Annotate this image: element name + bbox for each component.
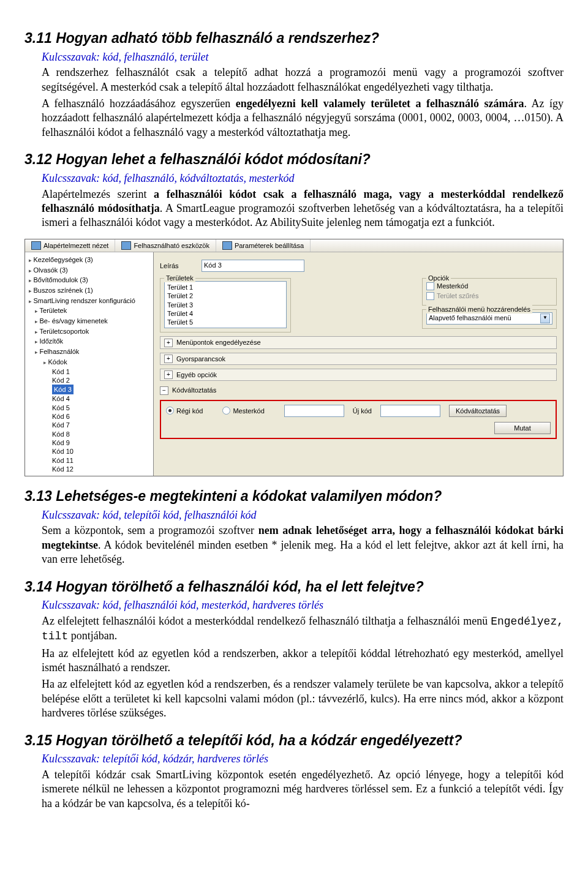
code-change-box: Régi kód Mesterkód Új kód Kódváltoztatás… [160, 400, 557, 440]
toolbar-tools[interactable]: Felhasználható eszközök [115, 239, 216, 252]
tree-item[interactable]: Be- és/vagy kimenetek [26, 316, 152, 326]
areas-legend: Területek [164, 274, 195, 282]
tree-item-codes[interactable]: Kódok [26, 357, 152, 367]
expander-other[interactable]: +Egyéb opciók [160, 369, 557, 381]
tree-code[interactable]: Kód 11 [52, 456, 152, 465]
tree-code[interactable]: Kód 8 [52, 430, 152, 438]
radio-mastercode[interactable]: Mesterkód [222, 407, 264, 415]
list-item[interactable]: Terület 4 [167, 309, 284, 318]
toolbar-view[interactable]: Alapértelmezett nézet [25, 239, 115, 252]
minus-icon: − [160, 386, 168, 395]
menu-fieldset: Felhasználói menü hozzárendelés Alapvető… [422, 309, 557, 329]
text: A felhasználó hozzáadásához egyszerűen [42, 97, 236, 110]
keywords-3-14: Kulcsszavak: kód, felhasználói kód, mest… [42, 598, 564, 612]
tree-item[interactable]: Időzítők [26, 336, 152, 347]
tree-item[interactable]: Területek [26, 306, 152, 316]
list-item[interactable]: Terület 3 [167, 301, 284, 309]
tree-item[interactable]: Kezelőegységek (3) [26, 255, 152, 265]
text: pontjában. [68, 629, 117, 642]
tree-code[interactable]: Kód 10 [52, 447, 152, 456]
heading-3-12: 3.12 Hogyan lehet a felhasználói kódot m… [24, 151, 564, 169]
params-icon [222, 241, 232, 250]
keywords-3-13: Kulcsszavak: kód, telepítői kód, felhasz… [42, 508, 564, 522]
expander-menupoints[interactable]: +Menüpontok engedélyezése [160, 336, 557, 348]
menu-select[interactable]: Alapvető felhasználói menü ▼ [426, 312, 552, 325]
text: Alapértelmezés szerint [42, 188, 154, 200]
radio-oldcode[interactable]: Régi kód [166, 407, 203, 415]
toolbar-label: Paraméterek beállítása [235, 241, 304, 250]
radio-label: Régi kód [176, 407, 203, 415]
checkbox-label: Terület szűrés [437, 291, 478, 300]
app-screenshot: Alapértelmezett nézet Felhasználható esz… [24, 239, 564, 476]
paragraph-3-12: Alapértelmezés szerint a felhasználói kó… [42, 187, 564, 230]
new-code-input[interactable] [380, 405, 440, 417]
checkbox-mastercode[interactable]: Mesterkód [426, 281, 552, 291]
new-code-label: Új kód [353, 407, 372, 415]
tree-code[interactable]: Kód 4 [52, 394, 152, 403]
menu-legend: Felhasználói menü hozzárendelés [426, 305, 532, 314]
change-code-button[interactable]: Kódváltoztatás [449, 405, 507, 417]
tree-item[interactable]: Bővítőmodulok (3) [26, 275, 152, 285]
selected-label: Kód 3 [52, 385, 74, 394]
plus-icon: + [164, 339, 173, 347]
expander-codechange[interactable]: −Kódváltoztatás [160, 385, 557, 396]
tree-code[interactable]: Kód 7 [52, 421, 152, 429]
keywords-3-12: Kulcsszavak: kód, felhasználó, kódváltoz… [42, 171, 564, 186]
heading-3-14: 3.14 Hogyan törölhető a felhasználói kód… [24, 578, 564, 596]
text: A rendszerhez felhasználót csak a telepí… [42, 66, 564, 92]
tools-icon [121, 241, 131, 250]
expander-label: Kódváltoztatás [172, 386, 216, 394]
tree-code[interactable]: Kód 5 [52, 404, 152, 412]
description-input[interactable]: Kód 3 [202, 260, 304, 272]
tree-code[interactable]: Kód 6 [52, 412, 152, 421]
keywords-3-15: Kulcsszavak: telepítői kód, kódzár, hard… [42, 752, 564, 766]
tree-item[interactable]: Olvasók (3) [26, 265, 152, 276]
paragraph-3-14c: Ha az elfelejtett kód az egyetlen kód a … [42, 677, 564, 720]
paragraph-3-14a: Az elfelejtett felhasználói kódot a mest… [42, 614, 564, 644]
app-toolbar: Alapértelmezett nézet Felhasználható esz… [25, 239, 563, 252]
nav-tree[interactable]: Kezelőegységek (3) Olvasók (3) Bővítőmod… [25, 252, 154, 476]
tree-code[interactable]: Kód 9 [52, 438, 152, 447]
text: Az elfelejtett felhasználói kódot a mest… [42, 615, 491, 627]
paragraph-3-13: Sem a központok, sem a programozói szoft… [42, 524, 564, 566]
main-panel: Leírás Kód 3 Területek Terület 1 Terület… [154, 252, 563, 476]
tree-code[interactable]: Kód 12 [52, 465, 152, 473]
list-item[interactable]: Terület 5 [167, 318, 284, 326]
bold-text: engedélyezni kell valamely területet a f… [236, 97, 524, 110]
checkbox-areafilter[interactable]: Terület szűrés [426, 291, 552, 301]
list-item[interactable]: Terület 2 [167, 291, 284, 300]
expander-shortcuts[interactable]: +Gyorsparancsok [160, 353, 557, 365]
expander-label: Gyorsparancsok [176, 355, 225, 363]
text: . A kódok bevitelénél minden esetben * j… [42, 539, 564, 565]
paragraph-3-11b: A felhasználó hozzáadásához egyszerűen e… [42, 97, 564, 140]
tree-code[interactable]: Kód 1 [52, 367, 152, 376]
plus-icon: + [164, 355, 173, 363]
toolbar-label: Felhasználható eszközök [134, 241, 209, 250]
options-fieldset: Opciók Mesterkód Terület szűrés [422, 278, 557, 306]
radio-label: Mesterkód [233, 407, 264, 415]
expander-label: Egyéb opciók [176, 370, 217, 379]
tree-code[interactable]: Kód 2 [52, 376, 152, 385]
options-legend: Opciók [426, 274, 451, 282]
view-icon [31, 241, 41, 250]
plus-icon: + [164, 370, 173, 379]
areas-fieldset: Területek Terület 1 Terület 2 Terület 3 … [160, 278, 291, 333]
chevron-down-icon: ▼ [540, 314, 550, 323]
description-label: Leírás [160, 261, 197, 270]
expander-label: Menüpontok engedélyezése [176, 338, 261, 347]
toolbar-params[interactable]: Paraméterek beállítása [216, 239, 311, 252]
tree-item[interactable]: Területcsoportok [26, 326, 152, 337]
list-item[interactable]: Terület 1 [167, 283, 284, 291]
keywords-3-11: Kulcsszavak: kód, felhasználó, terület [42, 50, 564, 64]
heading-3-13: 3.13 Lehetséges-e megtekinteni a kódokat… [24, 487, 564, 506]
show-button[interactable]: Mutat [494, 422, 551, 434]
areas-listbox[interactable]: Terület 1 Terület 2 Terület 3 Terület 4 … [164, 281, 287, 328]
tree-item[interactable]: Felhasználók [26, 347, 152, 357]
text: Sem a központok, sem a programozói szoft… [42, 524, 258, 536]
tree-item[interactable]: Buszos szírének (1) [26, 285, 152, 296]
checkbox-label: Mesterkód [437, 282, 468, 290]
tree-code-selected[interactable]: Kód 3 [52, 385, 152, 394]
heading-3-11: 3.11 Hogyan adható több felhasználó a re… [24, 29, 564, 48]
old-code-input[interactable] [284, 405, 344, 417]
tree-item[interactable]: SmartLiving rendszer konfiguráció [26, 296, 152, 306]
